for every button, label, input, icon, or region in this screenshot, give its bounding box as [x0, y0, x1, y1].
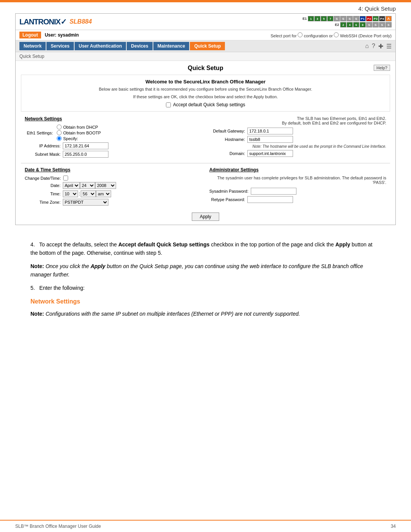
hour-select[interactable]: 10	[63, 190, 78, 197]
note2-text: Configurations with the same IP subnet o…	[46, 311, 300, 317]
user-bar-left: Logout User: sysadmin	[19, 32, 79, 38]
help-icon[interactable]: ?	[372, 43, 375, 50]
apply-row: Apply	[21, 212, 390, 221]
retype-pass-input[interactable]	[247, 196, 293, 203]
gateway-label: Default Gateway:	[209, 129, 247, 133]
config-radio[interactable]	[298, 32, 303, 37]
port-p2: P2	[366, 16, 372, 21]
tab-user-auth[interactable]: User Authentication	[75, 42, 126, 50]
day-select[interactable]: 24	[80, 182, 95, 189]
bootp-label: Obtain from BOOTP	[63, 131, 101, 135]
ip-address-row: IP Address:	[25, 142, 202, 149]
domain-input[interactable]	[247, 150, 293, 157]
timezone-select[interactable]: PST8PDT	[63, 199, 108, 206]
port-5: 5	[321, 16, 327, 21]
time-row: Time: 10 : 56 am pm	[25, 190, 202, 197]
accept-bold: Accept default Quick Setup settings	[118, 241, 210, 248]
specify-row: Specify:	[25, 136, 202, 141]
month-select[interactable]: April	[63, 182, 80, 189]
port-7: 7	[327, 16, 333, 21]
port-1: 1	[308, 16, 314, 21]
port-s1: S	[334, 16, 340, 21]
help-button[interactable]: Help?	[374, 65, 390, 71]
apply-button[interactable]: Apply	[192, 212, 219, 221]
sysadmin-pass-label: Sysadmin Password:	[209, 189, 251, 193]
tab-maintenance[interactable]: Maintenance	[153, 42, 190, 50]
nav-tabs: Network Services User Authentication Dev…	[19, 42, 225, 50]
bootp-radio[interactable]	[57, 130, 62, 135]
dhcp-radio[interactable]	[57, 125, 62, 129]
ampm-select[interactable]: am pm	[96, 190, 111, 197]
specify-radio[interactable]	[57, 136, 62, 141]
lantronix-text: LANTRONIX	[19, 18, 61, 26]
lantronix-logo: LANTRONIX✓	[19, 17, 67, 26]
subnet-row: Subnet Mask:	[25, 151, 202, 158]
eth1-settings-label-row: Obtain from DHCP	[25, 125, 202, 129]
radio-bootp-row: Obtain from BOOTP	[57, 130, 101, 135]
ip-label: IP Address:	[25, 144, 63, 148]
specify-label: Specify:	[63, 136, 78, 141]
step4-paragraph: 4. To accept the defaults, select the Ac…	[30, 240, 381, 257]
tab-quick-setup[interactable]: Quick Setup	[190, 42, 225, 50]
main-content: LANTRONIX✓ SLB884 E1 1 3 5 7 S S S S P1 …	[0, 13, 411, 344]
accept-label: Accept default Quick Setup settings	[173, 102, 245, 107]
logo-area: LANTRONIX✓ SLB884	[19, 17, 92, 26]
port-s3: S	[347, 16, 353, 21]
port-p1: P1	[360, 16, 366, 21]
hostname-input[interactable]	[247, 136, 293, 143]
e1-label: E1	[303, 17, 307, 21]
nav-bar: Network Services User Authentication Dev…	[16, 40, 395, 52]
user-label: User:	[45, 32, 57, 38]
webssh-label: WebSSH (Device Port only)	[340, 34, 392, 38]
e2-label: E2	[335, 23, 339, 27]
settings-row: Network Settings Obtain from DHCP Eth1 S…	[21, 116, 390, 159]
ip-input[interactable]	[63, 142, 108, 149]
gateway-row: Default Gateway:	[209, 128, 386, 134]
page-footer: SLB™ Branch Office Manager User Guide 34	[0, 520, 411, 532]
retype-pass-row: Retype Password:	[209, 196, 386, 203]
tab-network[interactable]: Network	[19, 42, 46, 50]
step5-paragraph: 5. Enter the following:	[30, 284, 381, 292]
change-datetime-label: Change Date/Time:	[25, 176, 63, 181]
inner-content: Quick Setup Help? Welcome to the SecureL…	[16, 61, 395, 225]
config-label: configuration or	[304, 34, 333, 38]
menu-icon[interactable]: ☰	[386, 43, 392, 50]
sysadmin-pass-input[interactable]	[251, 188, 296, 195]
timezone-row: Time Zone: PST8PDT	[25, 199, 202, 206]
home-icon[interactable]: ⌂	[365, 43, 369, 50]
tab-devices[interactable]: Devices	[127, 42, 152, 50]
port-s8: S	[386, 22, 392, 27]
network-info1: The SLB has two Ethernet ports, Eth1 and…	[209, 116, 386, 121]
port-s6: S	[373, 22, 379, 27]
minute-select[interactable]: 56	[81, 190, 96, 197]
refresh-icon[interactable]: ✚	[378, 43, 383, 50]
date-time-title: Date & Time Settings	[25, 167, 202, 173]
body-text: 4. To accept the defaults, select the Ac…	[15, 234, 396, 329]
breadcrumb: Quick Setup	[16, 52, 395, 61]
accept-default-checkbox[interactable]	[166, 102, 171, 107]
page-header: 4: Quick Setup	[0, 2, 411, 13]
port-4: 4	[347, 22, 353, 27]
domain-label: Domain:	[209, 151, 247, 156]
gateway-input[interactable]	[247, 128, 293, 134]
subnet-input[interactable]	[63, 151, 108, 158]
eth1-label-text: Eth1 Settings:	[25, 131, 55, 135]
hostname-label: Hostname:	[209, 137, 247, 142]
accept-checkbox-row: Accept default Quick Setup settings	[25, 102, 386, 107]
change-datetime-row: Change Date/Time:	[25, 176, 202, 181]
webssh-radio[interactable]	[334, 32, 339, 37]
username: sysadmin	[58, 32, 79, 38]
admin-section: Administrator Settings The sysadmin user…	[206, 167, 390, 207]
domain-row: Domain:	[209, 150, 386, 157]
tab-services[interactable]: Services	[46, 42, 73, 50]
slb-model: SLB884	[70, 18, 92, 25]
radio-specify-row: Specify:	[57, 136, 78, 141]
bottom-sections: Date & Time Settings Change Date/Time: D…	[21, 167, 390, 207]
network-settings-heading: Network Settings	[30, 297, 381, 307]
logout-button[interactable]: Logout	[19, 32, 41, 38]
port-2: 2	[340, 22, 346, 27]
section-divider	[21, 163, 390, 163]
change-datetime-checkbox[interactable]	[63, 176, 68, 181]
year-select[interactable]: 2008	[95, 182, 116, 189]
footer-left: SLB™ Branch Office Manager User Guide	[15, 524, 101, 529]
